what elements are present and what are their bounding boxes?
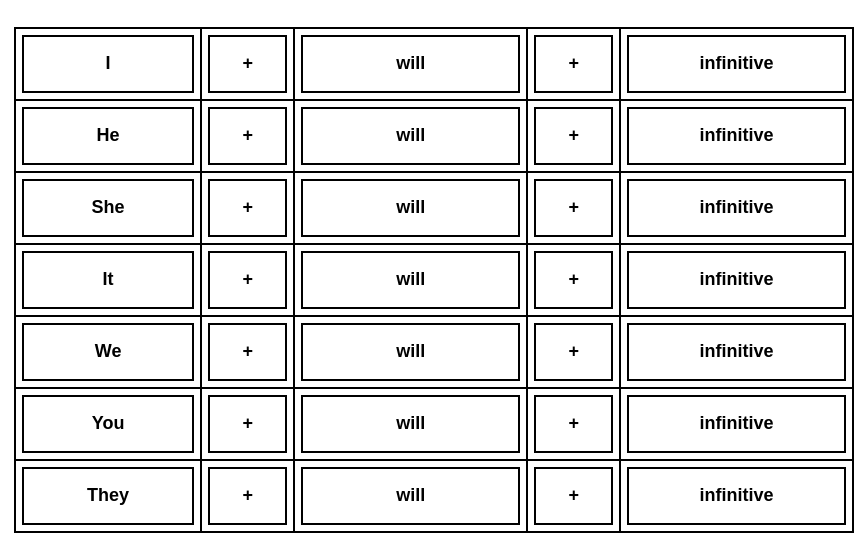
plus1-cell: + (201, 316, 294, 388)
infinitive-cell-inner: infinitive (627, 467, 846, 525)
plus1-cell-inner: + (208, 467, 287, 525)
subject-cell: He (15, 100, 201, 172)
plus1-cell: + (201, 28, 294, 100)
will-cell-inner: will (301, 35, 520, 93)
will-cell-inner: will (301, 179, 520, 237)
will-cell-inner: will (301, 467, 520, 525)
infinitive-cell: infinitive (620, 100, 853, 172)
plus1-cell: + (201, 460, 294, 532)
table-row: It+will+infinitive (15, 244, 853, 316)
infinitive-cell: infinitive (620, 460, 853, 532)
plus2-cell: + (527, 100, 620, 172)
plus2-cell: + (527, 172, 620, 244)
will-cell-inner: will (301, 107, 520, 165)
will-cell: will (294, 172, 527, 244)
plus2-cell-inner: + (534, 251, 613, 309)
infinitive-cell-inner: infinitive (627, 35, 846, 93)
table-row: He+will+infinitive (15, 100, 853, 172)
will-cell-inner: will (301, 251, 520, 309)
infinitive-cell: infinitive (620, 172, 853, 244)
plus1-cell-inner: + (208, 35, 287, 93)
subject-cell-inner: He (22, 107, 194, 165)
subject-cell: They (15, 460, 201, 532)
plus1-cell: + (201, 244, 294, 316)
plus1-cell: + (201, 100, 294, 172)
plus1-cell-inner: + (208, 395, 287, 453)
table-row: We+will+infinitive (15, 316, 853, 388)
plus1-cell: + (201, 388, 294, 460)
table-row: You+will+infinitive (15, 388, 853, 460)
plus1-cell-inner: + (208, 323, 287, 381)
infinitive-cell-inner: infinitive (627, 179, 846, 237)
infinitive-cell: infinitive (620, 316, 853, 388)
plus2-cell-inner: + (534, 35, 613, 93)
subject-cell-inner: I (22, 35, 194, 93)
subject-cell: You (15, 388, 201, 460)
subject-cell: She (15, 172, 201, 244)
infinitive-cell: infinitive (620, 244, 853, 316)
plus2-cell-inner: + (534, 395, 613, 453)
will-cell: will (294, 388, 527, 460)
will-cell: will (294, 316, 527, 388)
will-cell-inner: will (301, 395, 520, 453)
subject-cell: I (15, 28, 201, 100)
plus1-cell-inner: + (208, 251, 287, 309)
infinitive-cell-inner: infinitive (627, 107, 846, 165)
plus1-cell: + (201, 172, 294, 244)
table-row: I+will+infinitive (15, 28, 853, 100)
will-cell: will (294, 460, 527, 532)
subject-cell-inner: It (22, 251, 194, 309)
plus1-cell-inner: + (208, 179, 287, 237)
plus2-cell: + (527, 28, 620, 100)
infinitive-cell: infinitive (620, 28, 853, 100)
subject-cell-inner: You (22, 395, 194, 453)
plus2-cell: + (527, 388, 620, 460)
infinitive-cell-inner: infinitive (627, 323, 846, 381)
grammar-table: I+will+infinitiveHe+will+infinitiveShe+w… (14, 27, 854, 533)
subject-cell-inner: She (22, 179, 194, 237)
plus2-cell: + (527, 244, 620, 316)
plus2-cell-inner: + (534, 179, 613, 237)
infinitive-cell-inner: infinitive (627, 251, 846, 309)
will-cell: will (294, 244, 527, 316)
subject-cell: It (15, 244, 201, 316)
subject-cell-inner: They (22, 467, 194, 525)
plus2-cell-inner: + (534, 107, 613, 165)
subject-cell-inner: We (22, 323, 194, 381)
infinitive-cell: infinitive (620, 388, 853, 460)
table-row: They+will+infinitive (15, 460, 853, 532)
table-row: She+will+infinitive (15, 172, 853, 244)
plus1-cell-inner: + (208, 107, 287, 165)
will-cell: will (294, 28, 527, 100)
will-cell-inner: will (301, 323, 520, 381)
will-cell: will (294, 100, 527, 172)
plus2-cell-inner: + (534, 323, 613, 381)
subject-cell: We (15, 316, 201, 388)
plus2-cell: + (527, 316, 620, 388)
plus2-cell-inner: + (534, 467, 613, 525)
plus2-cell: + (527, 460, 620, 532)
infinitive-cell-inner: infinitive (627, 395, 846, 453)
